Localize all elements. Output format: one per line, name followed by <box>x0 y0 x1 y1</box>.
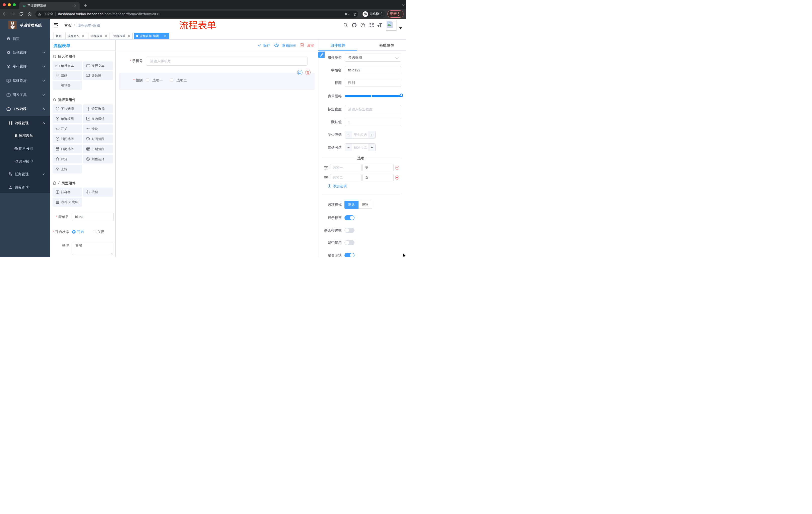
svg-text:123: 123 <box>86 74 90 77</box>
svg-text:?: ? <box>362 24 364 27</box>
